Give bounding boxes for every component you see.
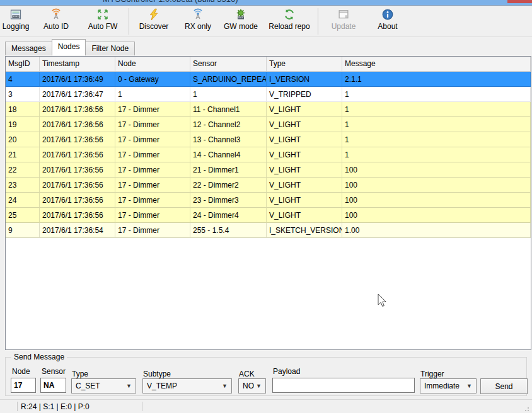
column-header[interactable]: Timestamp xyxy=(40,57,115,71)
logging-button[interactable]: Logging xyxy=(1,7,31,35)
cell-node: 17 - Dimmer xyxy=(115,193,190,208)
trigger-select[interactable]: Immediate ▼ xyxy=(420,378,477,393)
sensor-field[interactable] xyxy=(40,378,66,393)
table-row[interactable]: 92017/6/1 17:36:5417 - Dimmer255 - 1.5.4… xyxy=(6,223,531,238)
column-header[interactable]: Sensor xyxy=(190,57,267,71)
cell-sensor: 11 - Channel1 xyxy=(190,102,267,117)
reload-repo-button[interactable]: Reload repo xyxy=(264,7,315,35)
app-window: MYSController 1.0.0beta (build 3316) Log… xyxy=(0,0,532,413)
cell-type: V_LIGHT xyxy=(267,193,342,208)
chevron-down-icon: ▼ xyxy=(466,383,476,389)
titlebar: MYSController 1.0.0beta (build 3316) xyxy=(0,0,532,6)
cell-type: V_LIGHT xyxy=(267,162,342,178)
column-header[interactable]: Message xyxy=(342,57,531,71)
cell-type: V_TRIPPED xyxy=(267,87,342,102)
close-button[interactable] xyxy=(507,0,532,3)
type-label: Type xyxy=(72,370,88,378)
table-row[interactable]: 212017/6/1 17:36:5617 - Dimmer14 - Chann… xyxy=(6,147,531,162)
reload-repo-label: Reload repo xyxy=(269,22,309,31)
subtype-select[interactable]: V_TEMP ▼ xyxy=(142,378,232,393)
cell-message: 1 xyxy=(342,117,531,132)
cell-type: V_LIGHT xyxy=(267,208,342,223)
cell-message: 1 xyxy=(342,87,531,102)
column-header[interactable]: MsgID xyxy=(6,57,40,71)
auto-fw-label: Auto FW xyxy=(88,22,118,31)
cell-message: 100 xyxy=(342,208,531,223)
toolbar-separator xyxy=(318,8,318,35)
table-row[interactable]: 222017/6/1 17:36:5617 - Dimmer21 - Dimme… xyxy=(6,162,531,178)
cell-node: 1 xyxy=(115,87,190,102)
payload-field[interactable] xyxy=(272,378,415,393)
ack-select[interactable]: NO ▼ xyxy=(238,378,266,393)
auto-id-button[interactable]: Auto ID xyxy=(41,7,71,35)
cell-timestamp: 2017/6/1 17:36:54 xyxy=(40,223,115,238)
cell-message: 1.00 xyxy=(342,223,531,238)
type-select-value: C_SET xyxy=(76,382,100,390)
column-header[interactable]: Node xyxy=(115,57,190,71)
update-button[interactable]: Update xyxy=(326,7,361,35)
reload-repo-icon xyxy=(283,8,296,21)
trigger-select-value: Immediate xyxy=(424,382,460,390)
cell-node: 17 - Dimmer xyxy=(115,117,190,132)
node-field[interactable] xyxy=(11,378,36,393)
tabbar: Messages Nodes Filter Node xyxy=(5,39,134,55)
cell-msgid: 3 xyxy=(6,87,40,102)
chevron-down-icon: ▼ xyxy=(256,383,265,389)
cell-timestamp: 2017/6/1 17:36:56 xyxy=(40,102,115,117)
cell-msgid: 21 xyxy=(6,147,40,162)
about-icon xyxy=(381,8,394,21)
send-message-legend: Send Message xyxy=(11,353,67,361)
rx-only-button[interactable]: RX only xyxy=(181,7,215,35)
gw-mode-label: GW mode xyxy=(224,22,258,31)
grid-header: MsgIDTimestampNodeSensorTypeMessage xyxy=(6,57,531,72)
table-row[interactable]: 242017/6/1 17:36:5617 - Dimmer23 - Dimme… xyxy=(6,193,531,208)
cell-type: I_VERSION xyxy=(267,72,342,87)
resize-grip[interactable] xyxy=(524,405,531,412)
cell-type: I_SKETCH_VERSION xyxy=(267,223,342,238)
cell-sensor: 13 - Channel3 xyxy=(190,132,267,147)
about-button[interactable]: About xyxy=(371,7,404,35)
trigger-label: Trigger xyxy=(420,370,444,378)
cell-msgid: 20 xyxy=(6,132,40,147)
cell-sensor: 22 - Dimmer2 xyxy=(190,178,267,193)
cell-type: V_LIGHT xyxy=(267,102,342,117)
grid-body: 42017/6/1 17:36:490 - GatewayS_ARDUINO_R… xyxy=(6,72,531,238)
auto-fw-button[interactable]: Auto FW xyxy=(83,7,122,35)
discover-icon xyxy=(147,8,160,21)
column-header[interactable]: Type xyxy=(267,57,342,71)
cell-message: 100 xyxy=(342,162,531,178)
table-row[interactable]: 182017/6/1 17:36:5617 - Dimmer11 - Chann… xyxy=(6,102,531,117)
table-row[interactable]: 252017/6/1 17:36:5617 - Dimmer24 - Dimme… xyxy=(6,208,531,223)
tab-nodes[interactable]: Nodes xyxy=(52,39,86,55)
send-button[interactable]: Send xyxy=(480,378,528,394)
toolbar: Logging Auto ID Auto FW xyxy=(0,6,532,37)
cell-type: V_LIGHT xyxy=(267,117,342,132)
type-select[interactable]: C_SET ▼ xyxy=(71,378,136,393)
subtype-label: Subtype xyxy=(143,370,171,378)
ack-label: ACK xyxy=(239,370,255,378)
table-row[interactable]: 42017/6/1 17:36:490 - GatewayS_ARDUINO_R… xyxy=(6,72,531,87)
table-row[interactable]: 232017/6/1 17:36:5617 - Dimmer22 - Dimme… xyxy=(6,178,531,193)
send-button-label: Send xyxy=(495,382,512,391)
table-row[interactable]: 192017/6/1 17:36:5617 - Dimmer12 - Chann… xyxy=(6,117,531,132)
cell-msgid: 4 xyxy=(6,72,40,87)
gw-mode-button[interactable]: GW mode xyxy=(220,7,262,35)
cell-node: 17 - Dimmer xyxy=(115,208,190,223)
table-row[interactable]: 32017/6/1 17:36:4711V_TRIPPED1 xyxy=(6,87,531,102)
discover-label: Discover xyxy=(139,22,169,31)
cell-timestamp: 2017/6/1 17:36:56 xyxy=(40,193,115,208)
table-row[interactable]: 202017/6/1 17:36:5617 - Dimmer13 - Chann… xyxy=(6,132,531,147)
cell-msgid: 25 xyxy=(6,208,40,223)
cell-sensor: 255 - 1.5.4 xyxy=(190,223,267,238)
cell-node: 17 - Dimmer xyxy=(115,147,190,162)
cell-timestamp: 2017/6/1 17:36:56 xyxy=(40,162,115,178)
toolbar-separator xyxy=(129,8,129,35)
tab-messages-label: Messages xyxy=(11,44,46,53)
discover-button[interactable]: Discover xyxy=(134,7,173,35)
node-label: Node xyxy=(12,367,30,376)
cell-node: 17 - Dimmer xyxy=(115,162,190,178)
tab-filter-node[interactable]: Filter Node xyxy=(85,42,135,55)
sensor-label: Sensor xyxy=(42,367,66,376)
cell-timestamp: 2017/6/1 17:36:56 xyxy=(40,132,115,147)
tab-messages[interactable]: Messages xyxy=(5,42,52,55)
